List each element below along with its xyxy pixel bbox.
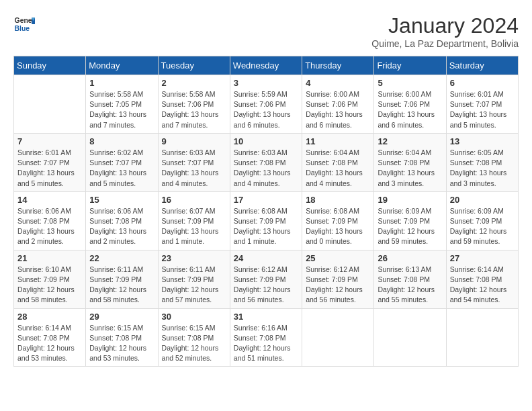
- calendar-cell: 30Sunrise: 6:15 AMSunset: 7:08 PMDayligh…: [158, 308, 230, 367]
- calendar-cell: 19Sunrise: 6:09 AMSunset: 7:09 PMDayligh…: [374, 191, 446, 250]
- day-info: Sunrise: 5:58 AMSunset: 7:06 PMDaylight:…: [162, 89, 226, 130]
- calendar-cell: 14Sunrise: 6:06 AMSunset: 7:08 PMDayligh…: [14, 191, 86, 250]
- day-info: Sunrise: 6:05 AMSunset: 7:08 PMDaylight:…: [450, 148, 515, 189]
- day-number: 28: [17, 312, 82, 322]
- day-number: 20: [450, 195, 515, 205]
- title-block: January 2024 Quime, La Paz Department, B…: [371, 13, 519, 49]
- day-number: 25: [306, 253, 370, 263]
- location-subtitle: Quime, La Paz Department, Bolivia: [371, 38, 519, 49]
- day-number: 17: [234, 195, 298, 205]
- day-number: 29: [89, 312, 154, 322]
- calendar-week-1: 1Sunrise: 5:58 AMSunset: 7:05 PMDaylight…: [14, 75, 519, 134]
- svg-text:Blue: Blue: [15, 25, 30, 32]
- calendar-week-2: 7Sunrise: 6:01 AMSunset: 7:07 PMDaylight…: [14, 133, 519, 191]
- calendar-week-5: 28Sunrise: 6:14 AMSunset: 7:08 PMDayligh…: [14, 308, 519, 367]
- day-info: Sunrise: 6:03 AMSunset: 7:07 PMDaylight:…: [162, 148, 226, 189]
- calendar-cell: 16Sunrise: 6:07 AMSunset: 7:09 PMDayligh…: [158, 191, 230, 250]
- day-number: 14: [17, 195, 82, 205]
- day-info: Sunrise: 6:10 AMSunset: 7:09 PMDaylight:…: [17, 265, 82, 306]
- day-info: Sunrise: 5:58 AMSunset: 7:05 PMDaylight:…: [89, 89, 154, 130]
- calendar-cell: 5Sunrise: 6:00 AMSunset: 7:06 PMDaylight…: [374, 75, 446, 134]
- calendar-cell: [374, 308, 446, 367]
- day-info: Sunrise: 6:04 AMSunset: 7:08 PMDaylight:…: [378, 148, 442, 189]
- calendar-header: SundayMondayTuesdayWednesdayThursdayFrid…: [14, 56, 519, 75]
- calendar-cell: 22Sunrise: 6:11 AMSunset: 7:09 PMDayligh…: [86, 250, 158, 308]
- day-info: Sunrise: 6:11 AMSunset: 7:09 PMDaylight:…: [89, 265, 154, 306]
- day-number: 30: [162, 312, 226, 322]
- day-number: 8: [89, 136, 154, 146]
- day-info: Sunrise: 6:06 AMSunset: 7:08 PMDaylight:…: [89, 206, 154, 247]
- day-info: Sunrise: 6:04 AMSunset: 7:08 PMDaylight:…: [306, 148, 370, 189]
- day-header-tuesday: Tuesday: [158, 56, 230, 75]
- calendar-cell: 7Sunrise: 6:01 AMSunset: 7:07 PMDaylight…: [14, 133, 86, 191]
- day-number: 13: [450, 136, 515, 146]
- day-header-friday: Friday: [374, 56, 446, 75]
- day-info: Sunrise: 6:11 AMSunset: 7:09 PMDaylight:…: [162, 265, 226, 306]
- calendar-cell: 15Sunrise: 6:06 AMSunset: 7:08 PMDayligh…: [86, 191, 158, 250]
- day-number: 2: [162, 78, 226, 88]
- day-info: Sunrise: 6:08 AMSunset: 7:09 PMDaylight:…: [234, 206, 298, 247]
- day-info: Sunrise: 6:09 AMSunset: 7:09 PMDaylight:…: [378, 206, 442, 247]
- calendar-cell: 6Sunrise: 6:01 AMSunset: 7:07 PMDaylight…: [446, 75, 518, 134]
- day-info: Sunrise: 6:01 AMSunset: 7:07 PMDaylight:…: [17, 148, 82, 189]
- days-row: SundayMondayTuesdayWednesdayThursdayFrid…: [14, 56, 519, 75]
- calendar-cell: 21Sunrise: 6:10 AMSunset: 7:09 PMDayligh…: [14, 250, 86, 308]
- day-info: Sunrise: 6:09 AMSunset: 7:09 PMDaylight:…: [450, 206, 515, 247]
- day-header-sunday: Sunday: [14, 56, 86, 75]
- day-number: 5: [378, 78, 442, 88]
- calendar-cell: 28Sunrise: 6:14 AMSunset: 7:08 PMDayligh…: [14, 308, 86, 367]
- day-number: 3: [234, 78, 298, 88]
- calendar-week-3: 14Sunrise: 6:06 AMSunset: 7:08 PMDayligh…: [14, 191, 519, 250]
- calendar-cell: 13Sunrise: 6:05 AMSunset: 7:08 PMDayligh…: [446, 133, 518, 191]
- calendar-cell: 8Sunrise: 6:02 AMSunset: 7:07 PMDaylight…: [86, 133, 158, 191]
- day-number: 21: [17, 253, 82, 263]
- day-info: Sunrise: 6:02 AMSunset: 7:07 PMDaylight:…: [89, 148, 154, 189]
- calendar-cell: [446, 308, 518, 367]
- calendar-cell: 31Sunrise: 6:16 AMSunset: 7:08 PMDayligh…: [230, 308, 302, 367]
- day-info: Sunrise: 6:06 AMSunset: 7:08 PMDaylight:…: [17, 206, 82, 247]
- calendar-cell: 11Sunrise: 6:04 AMSunset: 7:08 PMDayligh…: [302, 133, 374, 191]
- day-info: Sunrise: 5:59 AMSunset: 7:06 PMDaylight:…: [234, 89, 298, 130]
- logo: General Blue: [13, 13, 35, 35]
- calendar-table: SundayMondayTuesdayWednesdayThursdayFrid…: [13, 56, 519, 367]
- day-number: 19: [378, 195, 442, 205]
- day-header-saturday: Saturday: [446, 56, 518, 75]
- day-number: 11: [306, 136, 370, 146]
- day-info: Sunrise: 6:08 AMSunset: 7:09 PMDaylight:…: [306, 206, 370, 247]
- calendar-body: 1Sunrise: 5:58 AMSunset: 7:05 PMDaylight…: [14, 75, 519, 367]
- day-number: 1: [89, 78, 154, 88]
- day-info: Sunrise: 6:00 AMSunset: 7:06 PMDaylight:…: [378, 89, 442, 130]
- day-info: Sunrise: 6:14 AMSunset: 7:08 PMDaylight:…: [450, 265, 515, 306]
- calendar-cell: 9Sunrise: 6:03 AMSunset: 7:07 PMDaylight…: [158, 133, 230, 191]
- day-number: 22: [89, 253, 154, 263]
- calendar-cell: 12Sunrise: 6:04 AMSunset: 7:08 PMDayligh…: [374, 133, 446, 191]
- day-number: 23: [162, 253, 226, 263]
- day-info: Sunrise: 6:07 AMSunset: 7:09 PMDaylight:…: [162, 206, 226, 247]
- day-number: 31: [234, 312, 298, 322]
- calendar-cell: [302, 308, 374, 367]
- calendar-cell: 3Sunrise: 5:59 AMSunset: 7:06 PMDaylight…: [230, 75, 302, 134]
- month-title: January 2024: [371, 13, 519, 38]
- day-number: 4: [306, 78, 370, 88]
- day-info: Sunrise: 6:12 AMSunset: 7:09 PMDaylight:…: [234, 265, 298, 306]
- day-number: 6: [450, 78, 515, 88]
- calendar-cell: 10Sunrise: 6:03 AMSunset: 7:08 PMDayligh…: [230, 133, 302, 191]
- day-header-thursday: Thursday: [302, 56, 374, 75]
- day-info: Sunrise: 6:14 AMSunset: 7:08 PMDaylight:…: [17, 323, 82, 364]
- calendar-cell: 24Sunrise: 6:12 AMSunset: 7:09 PMDayligh…: [230, 250, 302, 308]
- day-number: 27: [450, 253, 515, 263]
- day-info: Sunrise: 6:12 AMSunset: 7:09 PMDaylight:…: [306, 265, 370, 306]
- calendar-cell: 1Sunrise: 5:58 AMSunset: 7:05 PMDaylight…: [86, 75, 158, 134]
- day-header-wednesday: Wednesday: [230, 56, 302, 75]
- calendar-cell: 26Sunrise: 6:13 AMSunset: 7:08 PMDayligh…: [374, 250, 446, 308]
- logo-icon: General Blue: [13, 13, 35, 35]
- calendar-cell: 29Sunrise: 6:15 AMSunset: 7:08 PMDayligh…: [86, 308, 158, 367]
- calendar-cell: [14, 75, 86, 134]
- day-number: 10: [234, 136, 298, 146]
- day-info: Sunrise: 6:15 AMSunset: 7:08 PMDaylight:…: [162, 323, 226, 364]
- day-number: 12: [378, 136, 442, 146]
- calendar-cell: 23Sunrise: 6:11 AMSunset: 7:09 PMDayligh…: [158, 250, 230, 308]
- calendar-week-4: 21Sunrise: 6:10 AMSunset: 7:09 PMDayligh…: [14, 250, 519, 308]
- day-number: 7: [17, 136, 82, 146]
- day-info: Sunrise: 6:15 AMSunset: 7:08 PMDaylight:…: [89, 323, 154, 364]
